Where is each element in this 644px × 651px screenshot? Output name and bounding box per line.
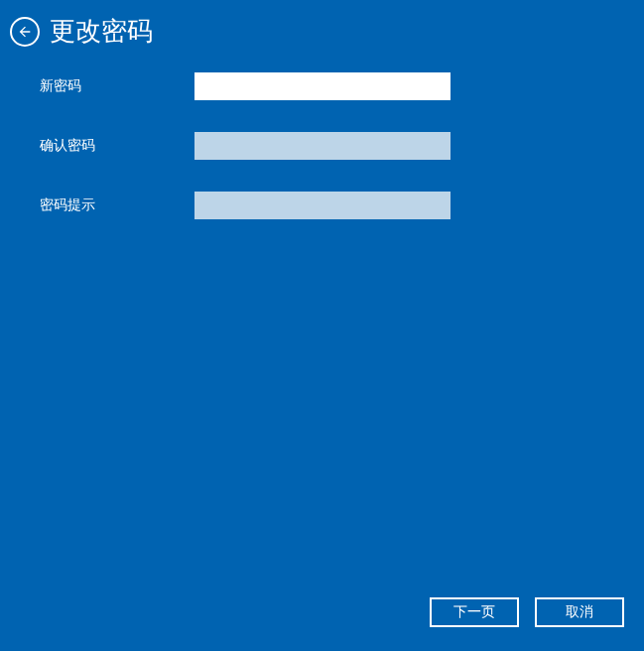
password-hint-row: 密码提示 [40,192,604,219]
confirm-password-input[interactable] [194,132,451,160]
cancel-button[interactable]: 取消 [535,597,624,627]
new-password-row: 新密码 [40,72,604,100]
new-password-label: 新密码 [40,77,194,95]
next-button[interactable]: 下一页 [430,597,519,627]
password-hint-label: 密码提示 [40,196,194,214]
arrow-left-icon [17,24,33,40]
confirm-password-row: 确认密码 [40,132,604,160]
new-password-input[interactable] [194,72,451,100]
password-form: 新密码 确认密码 密码提示 [0,63,644,261]
button-bar: 下一页 取消 [430,597,624,627]
confirm-password-label: 确认密码 [40,137,194,155]
password-hint-input[interactable] [194,192,451,219]
page-title: 更改密码 [50,14,153,49]
page-header: 更改密码 [0,0,644,63]
back-button[interactable] [10,17,40,47]
